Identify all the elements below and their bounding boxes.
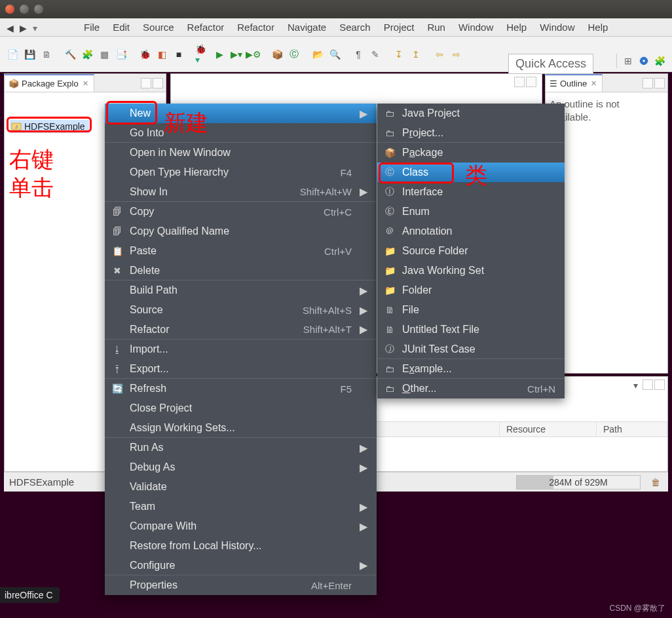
menu-help[interactable]: Help [500,19,533,35]
menu-project[interactable]: Project [377,19,421,35]
ctx-item-show-in[interactable]: Show InShift+Alt+W▶ [105,182,377,202]
outline-tab[interactable]: ☰ Outline ✕ [546,74,603,92]
tool-saveall-icon[interactable]: 🗎 [39,47,54,62]
ctx-new-enum[interactable]: ⒺEnum [377,202,565,222]
ctx-item-validate[interactable]: Validate [105,477,377,497]
view-minimize-icon[interactable] [643,379,653,390]
ctx-item-compare-with[interactable]: Compare With▶ [105,516,377,536]
taskbar-chip[interactable]: ibreOffice C [0,587,60,603]
tool-new-icon[interactable]: 📄 [5,47,20,62]
ctx-item-open-in-new-window[interactable]: Open in New Window [105,143,377,163]
ctx-item-open-type-hierarchy[interactable]: Open Type HierarchyF4 [105,163,377,182]
ctx-item-refactor[interactable]: RefactorShift+Alt+T▶ [105,320,377,339]
col-path[interactable]: Path [597,422,667,436]
package-explorer-tab[interactable]: 📦 Package Explo ✕ [5,74,94,92]
tool-run-icon[interactable]: ▶ [212,47,227,62]
tool-build-icon[interactable]: 🔨 [63,47,77,62]
ctx-new-other-[interactable]: 🗀Other...Ctrl+N [377,379,565,398]
ctx-new-junit-test-case[interactable]: ⒿJUnit Test Case [377,339,565,359]
quick-access-input[interactable]: Quick Access [508,54,593,74]
view-minimize-icon[interactable] [643,78,653,88]
view-maximize-icon[interactable] [654,78,665,88]
editor-minimize-icon[interactable] [514,77,525,87]
ctx-item-export-[interactable]: ⭱Export... [105,359,377,379]
ctx-item-restore-from-local-history-[interactable]: Restore from Local History... [105,536,377,556]
tool-prev-annotation-icon[interactable]: ↥ [409,47,423,62]
tool-open-type-icon[interactable]: 📂 [310,47,325,62]
tool-search-icon[interactable]: 🔍 [327,47,342,62]
tool-external-icon[interactable]: ▶⚙ [246,47,261,62]
ctx-new-java-project[interactable]: 🗀Java Project [377,104,565,123]
tool-run-last-icon[interactable]: ▶▾ [229,47,244,62]
gc-trash-icon[interactable]: 🗑 [651,477,663,488]
ctx-item-go-into[interactable]: Go Into [105,123,377,143]
tool-coverage-icon[interactable]: ◧ [155,47,169,62]
tool-toggle-mark-icon[interactable]: ¶ [351,47,365,62]
ctx-new-java-working-set[interactable]: 📁Java Working Set [377,261,565,280]
ctx-item-build-path[interactable]: Build Path▶ [105,280,377,300]
ctx-item-copy[interactable]: 🗐CopyCtrl+C [105,202,377,222]
menu-help2[interactable]: Help [582,19,615,35]
tool-next-annotation-icon[interactable]: ↧ [392,47,406,62]
ctx-new-project-[interactable]: 🗀Project... [377,123,565,143]
ctx-new-annotation[interactable]: ＠Annotation [377,222,565,241]
ctx-new-source-folder[interactable]: 📁Source Folder [377,241,565,261]
heap-status[interactable]: 284M of 929M [516,475,641,490]
tool-doc-icon[interactable]: 📑 [114,47,128,62]
open-perspective-icon[interactable]: ⊞ [621,54,635,68]
ctx-item-properties[interactable]: PropertiesAlt+Enter [105,575,377,595]
ctx-item-copy-qualified-name[interactable]: 🗐Copy Qualified Name [105,222,377,241]
menu-window2[interactable]: Window [533,19,581,35]
menu-file[interactable]: File [77,19,106,35]
tool-forward-icon[interactable]: ⇨ [449,47,464,62]
ctx-new-package[interactable]: 📦Package [377,143,565,163]
close-icon[interactable]: ✕ [589,79,598,88]
menu-refactor2[interactable]: Refactor [231,19,281,35]
window-close-button[interactable] [5,5,14,14]
editor-maximize-icon[interactable] [526,77,536,87]
ctx-new-folder[interactable]: 📁Folder [377,280,565,300]
tool-new-package-icon[interactable]: 📦 [270,47,284,62]
ctx-new-file[interactable]: 🗎File [377,300,565,320]
menu-refactor[interactable]: Refactor [181,19,231,35]
menu-source[interactable]: Source [136,19,181,35]
ctx-new-example-[interactable]: 🗀Example... [377,359,565,379]
ctx-new-untitled-text-file[interactable]: 🗎Untitled Text File [377,320,565,339]
tool-save-icon[interactable]: 💾 [22,47,37,62]
perspective-switcher[interactable]: ⊞ 🞉 🧩 [616,54,667,68]
ctx-item-team[interactable]: Team▶ [105,497,377,516]
menu-search[interactable]: Search [333,19,377,35]
tool-debug-last-icon[interactable]: 🐞▾ [195,47,210,62]
tool-new-class-icon[interactable]: Ⓒ [287,47,301,62]
menu-navigate[interactable]: Navigate [281,19,333,35]
ctx-item-assign-working-sets-[interactable]: Assign Working Sets... [105,418,377,438]
window-maximize-button[interactable] [34,5,43,14]
tool-debug-icon[interactable]: 🐞 [138,47,152,62]
tool-back-icon[interactable]: ⇦ [432,47,447,62]
window-minimize-button[interactable] [20,5,29,14]
ctx-item-debug-as[interactable]: Debug As▶ [105,457,377,477]
ctx-item-refresh[interactable]: 🔄RefreshF5 [105,379,377,398]
ctx-item-import-[interactable]: ⭳Import... [105,339,377,359]
debug-perspective-icon[interactable]: 🧩 [652,54,667,68]
tool-wizard-icon[interactable]: 🧩 [80,47,94,62]
col-resource[interactable]: Resource [500,422,597,436]
tool-stop-icon[interactable]: ■ [172,47,186,62]
ctx-item-source[interactable]: SourceShift+Alt+S▶ [105,300,377,320]
view-minimize-icon[interactable] [141,78,151,88]
menu-edit[interactable]: Edit [106,19,136,35]
tool-annotation-icon[interactable]: ✎ [368,47,383,62]
tool-table-icon[interactable]: ▦ [97,47,111,62]
ctx-item-configure[interactable]: Configure▶ [105,556,377,575]
java-perspective-icon[interactable]: 🞉 [637,54,651,68]
view-maximize-icon[interactable] [153,78,163,88]
ctx-item-close-project[interactable]: Close Project [105,398,377,418]
problems-menu-icon[interactable]: ▾ [629,379,641,391]
close-icon[interactable]: ✕ [81,79,90,88]
view-maximize-icon[interactable] [654,379,665,390]
ctx-item-paste[interactable]: 📋PasteCtrl+V [105,241,377,261]
ctx-item-run-as[interactable]: Run As▶ [105,438,377,457]
menu-run[interactable]: Run [420,19,452,35]
ctx-item-delete[interactable]: ✖Delete [105,261,377,280]
menu-window[interactable]: Window [452,19,500,35]
